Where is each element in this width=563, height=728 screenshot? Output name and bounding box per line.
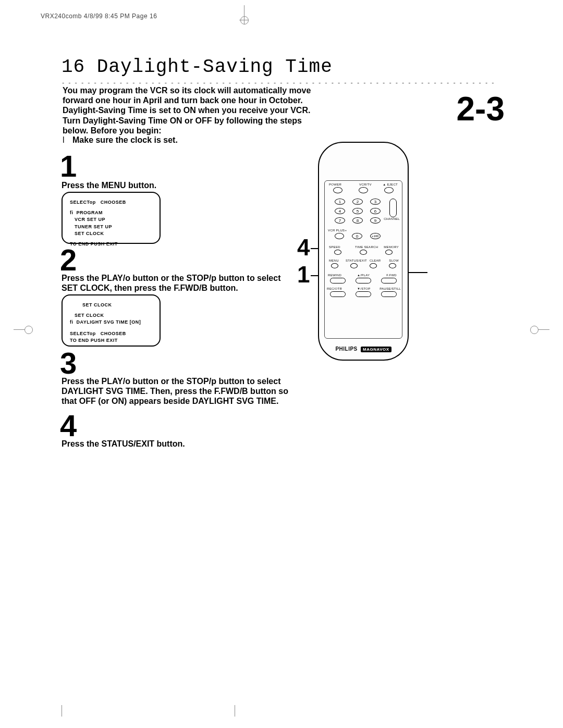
label-play: ▲/PLAY xyxy=(357,274,370,277)
label-rec: REC/OTR xyxy=(327,287,342,290)
osd1-line4: TUNER SET UP xyxy=(70,224,152,231)
timesearch-button[interactable] xyxy=(360,250,367,255)
play-button[interactable] xyxy=(356,278,371,283)
bullet-text: Make sure the clock is set. xyxy=(72,135,178,144)
status-exit-button[interactable] xyxy=(350,263,358,268)
label-slow: SLOW xyxy=(389,259,399,262)
remote-brand: PHILIPS MAGNAVOX xyxy=(319,346,408,352)
vcrtv-button[interactable] xyxy=(359,187,368,193)
label-vcrplus: VCR PLUS+ xyxy=(328,229,347,232)
menu-button[interactable] xyxy=(331,263,338,268)
num-2[interactable]: 2 xyxy=(352,199,363,205)
label-power: POWER xyxy=(329,183,341,186)
num-100[interactable]: +100 xyxy=(370,233,381,239)
osd-screen-1: SELECTop CHOOSEB fi PROGRAM VCR SET UP T… xyxy=(62,192,161,244)
page-title: Daylight-Saving Time xyxy=(97,56,333,78)
step-3-text: Press the PLAY/o button or the STOP/p bu… xyxy=(62,376,291,406)
speed-button[interactable] xyxy=(334,250,341,255)
num-3[interactable]: 3 xyxy=(370,199,381,205)
label-ffwd: F.FWD xyxy=(386,274,397,277)
num-8[interactable]: 8 xyxy=(352,217,363,224)
osd2-line2: SET CLOCK xyxy=(70,312,152,319)
label-memory: MEMORY xyxy=(384,245,399,249)
step-4-text: Press the STATUS/EXIT button. xyxy=(62,439,291,449)
step-4-number: 4 xyxy=(60,411,77,441)
osd-screen-2: SET CLOCK SET CLOCK fi DAYLIGHT SVG TIME… xyxy=(62,294,161,347)
crop-tick-bottom-left xyxy=(62,705,62,717)
label-clear: CLEAR xyxy=(370,259,381,262)
callout-4: 4 xyxy=(297,235,310,261)
step-2-number: 2 xyxy=(60,245,77,275)
ffwd-button[interactable] xyxy=(381,278,397,283)
pause-button[interactable] xyxy=(381,291,397,297)
bullet-icon: l xyxy=(63,135,65,145)
num-1[interactable]: 1 xyxy=(335,199,345,205)
rewind-button[interactable] xyxy=(330,278,346,283)
callout-right-line xyxy=(407,272,427,273)
osd1-line6: TO END PUSH EXIT xyxy=(70,241,152,248)
clear-button[interactable] xyxy=(370,263,377,268)
num-4[interactable]: 4 xyxy=(335,208,345,214)
label-speed: SPEED xyxy=(329,245,340,249)
num-6[interactable]: 6 xyxy=(370,208,381,214)
remote-illustration: POWER VCR/TV ▲ EJECT 1 2 3 4 5 6 7 8 xyxy=(318,142,409,361)
osd1-line2: fi PROGRAM xyxy=(70,209,152,217)
channel-rocker[interactable] xyxy=(389,199,397,217)
osd2-line3: fi DAYLIGHT SVG TIME [ON] xyxy=(70,319,152,326)
step-range-label: 2-3 xyxy=(457,90,505,128)
step-1-text: Press the MENU button. xyxy=(62,180,291,190)
brand-magnavox: MAGNAVOX xyxy=(361,347,391,352)
callout-1: 1 xyxy=(297,262,310,288)
vcrplus-button[interactable] xyxy=(335,233,344,239)
label-rewind: REWIND xyxy=(328,274,341,277)
print-header: VRX240comb 4/8/99 8:45 PM Page 16 xyxy=(41,13,157,20)
dotted-rule: ••••••••••••••••••••••••••••••••••••••••… xyxy=(62,79,497,83)
brand-philips: PHILIPS xyxy=(335,346,357,352)
prereq-bullet: lMake sure the clock is set. xyxy=(63,135,178,145)
num-7[interactable]: 7 xyxy=(335,217,345,224)
label-eject: ▲ EJECT xyxy=(383,183,398,186)
remote-panel: POWER VCR/TV ▲ EJECT 1 2 3 4 5 6 7 8 xyxy=(324,180,402,339)
label-vcrtv: VCR/TV xyxy=(359,183,372,186)
osd2-line4: SELECTop CHOOSEB xyxy=(70,330,152,338)
step-2-text: Press the PLAY/o button or the STOP/p bu… xyxy=(62,273,291,293)
num-0[interactable]: 0 xyxy=(352,233,362,239)
page-number: 16 xyxy=(62,56,85,78)
memory-button[interactable] xyxy=(385,250,393,255)
osd1-line1: SELECTop CHOOSEB xyxy=(70,199,152,206)
label-stop: ▼/STOP xyxy=(357,287,371,290)
osd1-line5: SET CLOCK xyxy=(70,230,152,238)
slow-button[interactable] xyxy=(389,263,396,268)
eject-button[interactable] xyxy=(384,187,394,193)
label-pause: PAUSE/STILL xyxy=(380,287,401,290)
intro-paragraph: You may program the VCR so its clock wil… xyxy=(63,85,313,135)
title-row: 16 Daylight-Saving Time xyxy=(62,56,494,78)
label-menu: MENU xyxy=(329,259,339,262)
power-button[interactable] xyxy=(333,187,342,193)
label-channel: CHANNEL xyxy=(384,217,400,220)
num-9[interactable]: 9 xyxy=(370,217,381,224)
manual-page: VRX240comb 4/8/99 8:45 PM Page 16 16 Day… xyxy=(0,0,563,728)
num-5[interactable]: 5 xyxy=(352,208,363,214)
osd1-line3: VCR SET UP xyxy=(70,216,152,224)
osd2-line5: TO END PUSH EXIT xyxy=(70,337,152,344)
stop-button[interactable] xyxy=(356,291,371,297)
label-timesearch: TIME SEARCH xyxy=(355,245,378,249)
label-status: STATUS/EXIT xyxy=(346,259,367,262)
crop-tick-bottom-right xyxy=(235,705,235,717)
rec-button[interactable] xyxy=(330,291,346,297)
step-3-number: 3 xyxy=(60,348,77,378)
osd2-line1: SET CLOCK xyxy=(70,302,152,309)
step-1-number: 1 xyxy=(60,151,77,181)
